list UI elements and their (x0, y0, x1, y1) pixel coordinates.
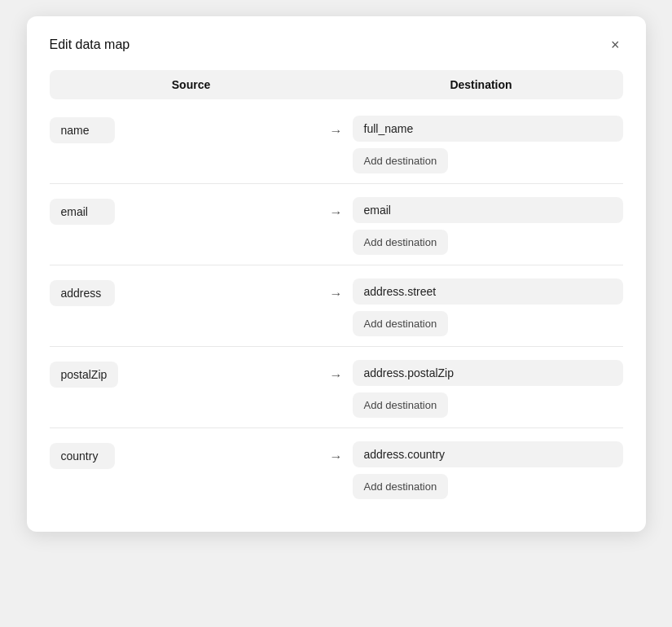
destination-cell: address.postalZipAdd destination (353, 360, 623, 418)
add-destination-button[interactable]: Add destination (353, 392, 449, 418)
close-button[interactable]: × (608, 36, 623, 54)
source-tag: name (50, 117, 115, 143)
source-tag: address (50, 280, 115, 306)
add-destination-button[interactable]: Add destination (353, 474, 449, 499)
arrow-icon: → (320, 441, 353, 464)
mappings-container: name→full_nameAdd destinationemail→email… (50, 103, 623, 509)
source-cell: postalZip (50, 360, 320, 388)
mapping-row: postalZip→address.postalZipAdd destinati… (50, 347, 623, 428)
mapping-row: address→address.streetAdd destination (50, 265, 623, 347)
add-destination-button[interactable]: Add destination (353, 230, 449, 255)
destination-tag: address.postalZip (353, 360, 623, 386)
columns-header: Source Destination (50, 70, 623, 99)
destination-cell: emailAdd destination (353, 197, 623, 255)
destination-tag: address.street (353, 278, 623, 305)
mapping-row: email→emailAdd destination (50, 184, 623, 265)
destination-tag: full_name (353, 116, 623, 142)
source-tag: postalZip (50, 362, 119, 388)
arrow-icon: → (320, 116, 353, 138)
arrow-icon: → (320, 197, 353, 220)
add-destination-button[interactable]: Add destination (353, 148, 449, 173)
source-column-header: Source (63, 78, 320, 91)
mapping-row: name→full_nameAdd destination (50, 103, 623, 184)
source-cell: address (50, 278, 320, 306)
edit-data-map-modal: Edit data map × Source Destination name→… (27, 16, 646, 532)
arrow-icon: → (320, 360, 353, 383)
destination-tag: address.country (353, 441, 623, 467)
destination-cell: address.countryAdd destination (353, 441, 623, 499)
destination-tag: email (353, 197, 623, 223)
source-tag: email (50, 199, 115, 225)
arrow-icon: → (320, 278, 353, 301)
destination-cell: address.streetAdd destination (353, 278, 623, 336)
modal-title: Edit data map (50, 37, 130, 52)
source-tag: country (50, 443, 115, 469)
source-cell: country (50, 441, 320, 469)
source-cell: name (50, 116, 320, 143)
modal-header: Edit data map × (50, 36, 623, 54)
destination-column-header: Destination (353, 78, 610, 91)
mapping-row: country→address.countryAdd destination (50, 428, 623, 509)
source-cell: email (50, 197, 320, 225)
add-destination-button[interactable]: Add destination (353, 311, 449, 336)
destination-cell: full_nameAdd destination (353, 116, 623, 173)
